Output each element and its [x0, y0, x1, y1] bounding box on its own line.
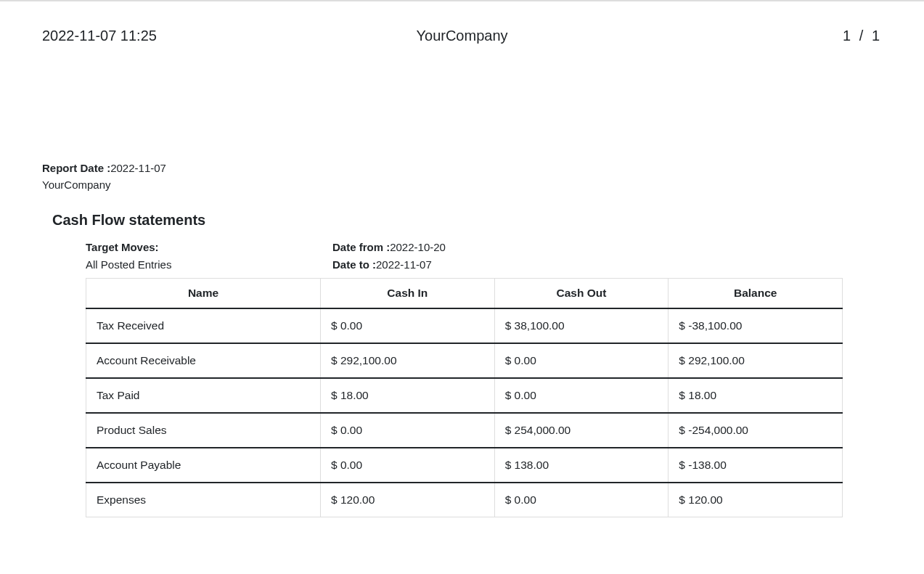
col-cashout-header: Cash Out: [494, 279, 669, 309]
page-header: 2022-11-07 11:25 YourCompany 1 / 1: [42, 28, 882, 44]
cell-cash_in: $ 0.00: [321, 448, 495, 483]
cell-cash_out: $ 38,100.00: [494, 308, 669, 343]
cell-cash_in: $ 120.00: [321, 483, 495, 517]
table-row: Account Payable$ 0.00$ 138.00$ -138.00: [86, 448, 843, 483]
table-row: Tax Received$ 0.00$ 38,100.00$ -38,100.0…: [86, 308, 843, 343]
date-from-value: 2022-10-20: [390, 241, 446, 253]
table-row: Tax Paid$ 18.00$ 0.00$ 18.00: [86, 378, 843, 413]
table-row: Product Sales$ 0.00$ 254,000.00$ -254,00…: [86, 413, 843, 448]
cell-cash_in: $ 18.00: [321, 378, 495, 413]
table-row: Account Receivable$ 292,100.00$ 0.00$ 29…: [86, 343, 843, 378]
cell-balance: $ -38,100.00: [669, 308, 843, 343]
cell-balance: $ -138.00: [669, 448, 843, 483]
date-from-label: Date from :: [332, 241, 390, 253]
cell-cash_in: $ 0.00: [321, 308, 495, 343]
col-cashin-header: Cash In: [321, 279, 495, 309]
table-header-row: Name Cash In Cash Out Balance: [86, 279, 843, 309]
cell-cash_in: $ 0.00: [321, 413, 495, 448]
report-params: Target Moves: All Posted Entries Date fr…: [86, 239, 882, 274]
report-meta: Report Date :2022-11-07 YourCompany: [42, 160, 882, 193]
company-name-meta: YourCompany: [42, 177, 882, 194]
report-date-value: 2022-11-07: [110, 162, 166, 174]
report-title: Cash Flow statements: [52, 212, 882, 229]
cell-name: Tax Paid: [86, 378, 321, 413]
data-table-wrap: Name Cash In Cash Out Balance Tax Receiv…: [86, 278, 843, 517]
company-name-header: YourCompany: [322, 28, 602, 44]
target-moves-label: Target Moves:: [86, 239, 332, 256]
cell-balance: $ 120.00: [669, 483, 843, 517]
target-moves-value: All Posted Entries: [86, 256, 332, 274]
cell-name: Product Sales: [86, 413, 321, 448]
date-to-label: Date to :: [332, 258, 376, 271]
page-number: 1 / 1: [602, 28, 882, 44]
cell-cash_in: $ 292,100.00: [321, 343, 495, 378]
cell-cash_out: $ 0.00: [494, 378, 669, 413]
cell-balance: $ -254,000.00: [669, 413, 843, 448]
cell-name: Tax Received: [86, 308, 321, 343]
col-balance-header: Balance: [669, 279, 843, 309]
date-to-value: 2022-11-07: [376, 258, 432, 271]
cell-cash_out: $ 138.00: [494, 448, 669, 483]
cell-cash_out: $ 0.00: [494, 343, 669, 378]
cell-balance: $ 18.00: [669, 378, 843, 413]
cell-name: Account Receivable: [86, 343, 321, 378]
report-page: 2022-11-07 11:25 YourCompany 1 / 1 Repor…: [0, 1, 924, 517]
print-timestamp: 2022-11-07 11:25: [42, 28, 322, 44]
cash-flow-table: Name Cash In Cash Out Balance Tax Receiv…: [86, 278, 843, 517]
cell-cash_out: $ 254,000.00: [494, 413, 669, 448]
cell-cash_out: $ 0.00: [494, 483, 669, 517]
cell-balance: $ 292,100.00: [669, 343, 843, 378]
table-row: Expenses$ 120.00$ 0.00$ 120.00: [86, 483, 843, 517]
col-name-header: Name: [86, 279, 321, 309]
report-date-label: Report Date :: [42, 162, 110, 174]
cell-name: Expenses: [86, 483, 321, 517]
cell-name: Account Payable: [86, 448, 321, 483]
